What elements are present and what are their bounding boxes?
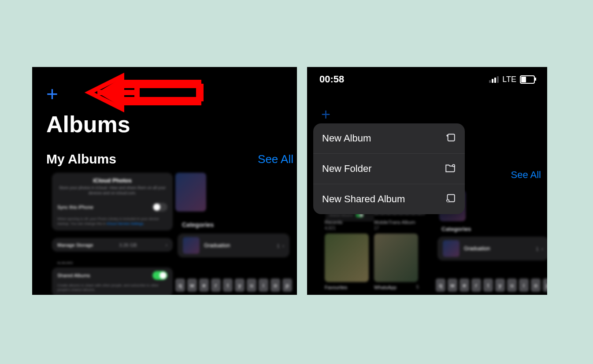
folder-icon bbox=[445, 162, 456, 176]
tile-name: Favourites bbox=[325, 285, 347, 290]
album-thumb[interactable] bbox=[325, 234, 369, 282]
key-w[interactable]: w bbox=[187, 279, 197, 292]
category-count: 1 bbox=[536, 245, 543, 252]
menu-item-album[interactable]: New Album bbox=[313, 123, 465, 154]
category-row[interactable]: Graduation 1 bbox=[437, 237, 547, 260]
category-thumb bbox=[443, 240, 460, 257]
key-u[interactable]: u bbox=[247, 279, 256, 292]
key-w[interactable]: w bbox=[448, 279, 457, 292]
shared-albums-toggle[interactable] bbox=[152, 271, 167, 280]
category-count: 1 bbox=[277, 242, 284, 249]
see-all-link[interactable]: See All bbox=[511, 169, 541, 181]
key-r[interactable]: r bbox=[211, 279, 221, 292]
section-title: My Albums bbox=[46, 152, 116, 167]
category-name: Graduation bbox=[204, 242, 230, 249]
key-q[interactable]: q bbox=[175, 279, 185, 292]
icloud-desc: Store your photos in iCloud. View and sh… bbox=[57, 186, 167, 196]
section-header: My Albums See All bbox=[46, 152, 293, 167]
categories-label: Categories bbox=[182, 221, 214, 228]
shared-albums-label: Shared Albums bbox=[57, 273, 90, 278]
menu-item-folder[interactable]: New Folder bbox=[313, 154, 465, 184]
menu-item-shared[interactable]: New Shared Album bbox=[313, 184, 465, 214]
annotation-arrow-left bbox=[80, 73, 208, 112]
add-button[interactable]: + bbox=[46, 84, 58, 104]
icloud-settings-link[interactable]: iCloud Service Settings bbox=[107, 222, 144, 226]
svg-rect-1 bbox=[122, 82, 199, 103]
sync-note: When syncing is off, your Photo Library … bbox=[57, 217, 167, 226]
svg-marker-0 bbox=[97, 78, 122, 107]
sync-toggle[interactable] bbox=[152, 203, 167, 212]
key-p[interactable]: p bbox=[543, 279, 547, 292]
manage-storage-label: Manage Storage bbox=[57, 242, 93, 248]
tile-count: 17 bbox=[374, 226, 379, 230]
keyboard-row[interactable]: qwertyuiop bbox=[436, 279, 547, 292]
tile-name: Recents bbox=[325, 219, 342, 225]
key-p[interactable]: p bbox=[282, 279, 292, 292]
svg-rect-3 bbox=[448, 134, 455, 141]
key-y[interactable]: y bbox=[235, 279, 245, 292]
key-t[interactable]: t bbox=[223, 279, 233, 292]
albums-subheader: ALBUMS bbox=[57, 261, 73, 265]
category-name: Graduation bbox=[464, 245, 490, 252]
key-i[interactable]: i bbox=[259, 279, 268, 292]
categories-label: Categories bbox=[441, 226, 471, 232]
menu-item-label: New Folder bbox=[322, 163, 371, 175]
key-u[interactable]: u bbox=[507, 279, 517, 292]
menu-item-label: New Shared Album bbox=[322, 193, 405, 205]
key-i[interactable]: i bbox=[519, 279, 529, 292]
album-thumbnail[interactable] bbox=[175, 173, 206, 212]
svg-point-4 bbox=[446, 135, 448, 137]
status-bar: 00:58 LTE bbox=[307, 67, 547, 92]
tile-name: MobileTrans Album bbox=[374, 219, 415, 225]
signal-icon bbox=[489, 76, 499, 83]
add-context-menu: New AlbumNew FolderNew Shared Album bbox=[313, 123, 465, 214]
status-icons: LTE bbox=[489, 75, 535, 84]
manage-storage-row[interactable]: Manage Storage 3.26 GB bbox=[52, 238, 173, 252]
shared-icon bbox=[445, 192, 456, 206]
menu-item-label: New Album bbox=[322, 133, 371, 144]
key-q[interactable]: q bbox=[436, 279, 445, 292]
battery-icon bbox=[520, 75, 535, 84]
tile-name: WhatsApp bbox=[374, 285, 397, 290]
key-o[interactable]: o bbox=[531, 279, 541, 292]
album-icon bbox=[445, 131, 456, 145]
tile-count: 4,921 bbox=[325, 226, 336, 230]
see-all-link[interactable]: See All bbox=[258, 152, 293, 166]
tile-count: 5 bbox=[416, 285, 419, 290]
key-r[interactable]: r bbox=[471, 279, 481, 292]
category-row[interactable]: Graduation 1 bbox=[178, 234, 289, 257]
keyboard-row[interactable]: qwertyuiop bbox=[175, 279, 292, 292]
key-e[interactable]: e bbox=[199, 279, 209, 292]
shared-albums-row: Shared Albums Create albums to share wit… bbox=[52, 267, 173, 295]
key-o[interactable]: o bbox=[271, 279, 280, 292]
album-thumb[interactable] bbox=[374, 234, 418, 282]
icloud-photos-card: iCloud Photos Store your photos in iClou… bbox=[52, 173, 173, 230]
page-title: Albums bbox=[46, 111, 130, 137]
svg-marker-2 bbox=[89, 76, 201, 109]
manage-storage-value: 3.26 GB bbox=[119, 242, 137, 248]
status-time: 00:58 bbox=[319, 74, 344, 85]
phone-left: + Albums My Albums See All iCloud Photos… bbox=[32, 67, 297, 295]
key-t[interactable]: t bbox=[483, 279, 493, 292]
add-button[interactable]: + bbox=[321, 107, 330, 123]
key-y[interactable]: y bbox=[495, 279, 505, 292]
phone-right: 00:58 LTE + New AlbumNew FolderNew Share… bbox=[307, 67, 547, 295]
network-label: LTE bbox=[502, 75, 516, 84]
category-thumb bbox=[183, 237, 200, 254]
shared-albums-note: Create albums to share with other people… bbox=[57, 283, 167, 295]
key-e[interactable]: e bbox=[460, 279, 469, 292]
icloud-heading: iCloud Photos bbox=[57, 177, 167, 184]
sync-label: Sync this iPhone bbox=[57, 204, 93, 210]
